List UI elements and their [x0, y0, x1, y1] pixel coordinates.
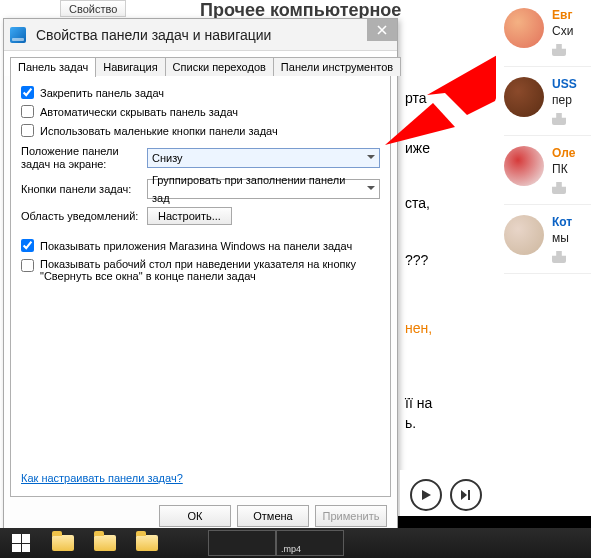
close-button[interactable]: [367, 19, 397, 41]
select-location-value: Снизу: [152, 149, 183, 167]
windows-logo-icon: [12, 534, 30, 552]
label-peek: Показывать рабочий стол при наведении ук…: [40, 258, 360, 282]
checkbox-small-buttons[interactable]: [21, 124, 34, 137]
file-explorer-button[interactable]: [84, 528, 126, 558]
tab-panel: Закрепить панель задач Автоматически скр…: [10, 76, 391, 497]
chevron-down-icon: [367, 155, 375, 162]
folder-icon: [52, 535, 74, 551]
taskbar-properties-dialog: Свойства панели задач и навигации Панель…: [3, 18, 398, 538]
titlebar[interactable]: Свойства панели задач и навигации: [4, 19, 397, 51]
label-small-buttons: Использовать маленькие кнопки панели зад…: [40, 125, 278, 137]
folder-icon: [94, 535, 116, 551]
like-icon[interactable]: [552, 113, 566, 125]
next-icon: [460, 489, 472, 501]
tab-taskbar[interactable]: Панель задач: [10, 57, 96, 77]
avatar[interactable]: [504, 215, 544, 255]
comment-text: пер: [552, 93, 591, 107]
background-tab: Свойство: [60, 0, 126, 17]
file-explorer-button[interactable]: [126, 528, 168, 558]
tab-navigation[interactable]: Навигация: [95, 57, 165, 76]
comment-text: ПК: [552, 162, 591, 176]
checkbox-peek[interactable]: [21, 259, 34, 272]
comments-sidebar: ЕвгСхиUSSперОлеПККотмы: [496, 0, 591, 470]
label-notification-area: Область уведомлений:: [21, 210, 147, 223]
bg-text-fragment: нен,: [405, 320, 432, 336]
folder-icon: [136, 535, 158, 551]
taskbar-thumbnail[interactable]: .mp4: [276, 530, 344, 556]
apply-button[interactable]: Применить: [315, 505, 387, 527]
bg-text-fragment: її на: [405, 395, 432, 411]
thumbnail-label: .mp4: [277, 544, 305, 555]
svg-marker-2: [422, 490, 431, 500]
avatar[interactable]: [504, 146, 544, 186]
comment-item[interactable]: ОлеПК: [496, 138, 591, 198]
help-link[interactable]: Как настраивать панели задач?: [21, 472, 183, 484]
bg-text-fragment: ???: [405, 252, 428, 268]
select-taskbar-buttons[interactable]: Группировать при заполнении панели зад: [147, 179, 380, 199]
comment-item[interactable]: Котмы: [496, 207, 591, 267]
select-taskbar-location[interactable]: Снизу: [147, 148, 380, 168]
media-player-bar: [400, 470, 591, 520]
cancel-button[interactable]: Отмена: [237, 505, 309, 527]
video-strip: [398, 516, 591, 528]
bg-text-fragment: рта: [405, 90, 427, 106]
label-autohide: Автоматически скрывать панель задач: [40, 106, 238, 118]
play-icon: [420, 489, 432, 501]
dialog-title: Свойства панели задач и навигации: [36, 27, 271, 43]
start-button[interactable]: [0, 528, 42, 558]
avatar[interactable]: [504, 77, 544, 117]
select-buttons-value: Группировать при заполнении панели зад: [152, 171, 361, 207]
svg-rect-4: [468, 490, 470, 500]
label-lock-taskbar: Закрепить панель задач: [40, 87, 164, 99]
tabstrip: Панель задач Навигация Списки переходов …: [4, 51, 397, 76]
bg-text-fragment: ста,: [405, 195, 430, 211]
checkbox-autohide[interactable]: [21, 105, 34, 118]
like-icon[interactable]: [552, 44, 566, 56]
comment-text: мы: [552, 231, 591, 245]
windows-taskbar[interactable]: .mp4: [0, 528, 591, 558]
next-button[interactable]: [450, 479, 482, 511]
svg-marker-3: [461, 490, 467, 500]
bg-text-fragment: ь.: [405, 415, 416, 431]
bg-text-fragment: иже: [405, 140, 430, 156]
taskbar-properties-icon: [10, 27, 26, 43]
avatar[interactable]: [504, 8, 544, 48]
ok-button[interactable]: ОК: [159, 505, 231, 527]
customize-button[interactable]: Настроить...: [147, 207, 232, 225]
like-icon[interactable]: [552, 251, 566, 263]
label-taskbar-buttons: Кнопки панели задач:: [21, 183, 147, 196]
tab-toolbars[interactable]: Панели инструментов: [273, 57, 401, 76]
file-explorer-button[interactable]: [42, 528, 84, 558]
comment-author[interactable]: USS: [552, 77, 591, 91]
taskbar-thumbnail[interactable]: [208, 530, 276, 556]
comment-author[interactable]: Оле: [552, 146, 591, 160]
checkbox-lock-taskbar[interactable]: [21, 86, 34, 99]
comment-author[interactable]: Кот: [552, 215, 591, 229]
chevron-down-icon: [367, 186, 375, 193]
label-taskbar-location: Положение панели задач на экране:: [21, 145, 147, 171]
close-icon: [377, 25, 387, 35]
comment-text: Схи: [552, 24, 591, 38]
play-button[interactable]: [410, 479, 442, 511]
tab-jumplists[interactable]: Списки переходов: [165, 57, 274, 76]
comment-item[interactable]: USSпер: [496, 69, 591, 129]
label-store-apps: Показывать приложения Магазина Windows н…: [40, 240, 352, 252]
thumbnail-label: [209, 554, 217, 555]
comment-author[interactable]: Евг: [552, 8, 591, 22]
comment-item[interactable]: ЕвгСхи: [496, 0, 591, 60]
like-icon[interactable]: [552, 182, 566, 194]
checkbox-store-apps[interactable]: [21, 239, 34, 252]
